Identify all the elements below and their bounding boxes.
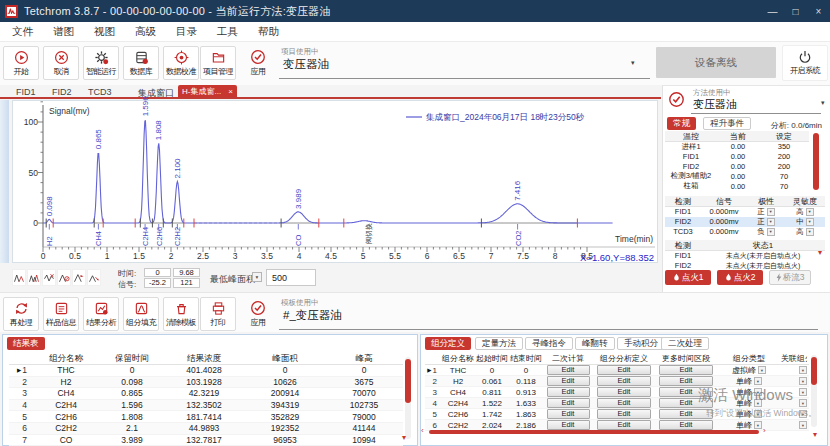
definition-tab-2[interactable]: 定量方法 [475,337,523,350]
type-caret-icon[interactable]: ▾ [754,421,762,429]
chromatogram-canvas[interactable]: 05010000.511.522.533.544.555.566.577.588… [12,100,658,263]
sensitivity-caret-icon[interactable]: ▾ [806,218,814,226]
results-row[interactable]: 6C2H22.144.989319235241144 [9,423,403,435]
edit-button[interactable]: Edit [597,420,650,430]
detector-row-FID1[interactable]: FID10.000mv正▾高▾ [665,207,825,217]
toolbar-button-cancel[interactable]: 取消 [43,46,79,80]
assoc-caret-icon[interactable]: ▾ [799,377,807,385]
bridge-current-button[interactable]: 桥流3 [769,270,811,285]
results-row[interactable]: 2H20.098103.1928106263675 [9,377,403,389]
type-caret-icon[interactable]: ▾ [758,366,766,374]
sensitivity-caret-icon[interactable]: ▾ [806,208,814,216]
edit-button[interactable]: Edit [659,420,712,430]
tool-peak-flag-icon[interactable] [72,269,86,286]
toolbar-button-reprocess[interactable]: 再处理 [3,297,39,331]
tool-peaks-pair-icon[interactable] [12,269,26,286]
menu-item-1[interactable]: 文件 [2,25,43,39]
results-row[interactable]: ▶1THC0401.402800 [9,365,403,377]
toolbar-button-database[interactable]: 数据库 [123,46,159,80]
close-icon[interactable]: × [807,0,830,22]
tab-general[interactable]: 常规 [667,117,696,130]
definition-tab-6[interactable]: 二次处理 [661,337,709,350]
menu-item-5[interactable]: 目录 [166,25,207,39]
edit-button[interactable]: Edit [659,376,712,386]
detector-row-FID2[interactable]: FID20.000mv正▾中▾ [665,217,825,227]
toolbar-button-gear[interactable]: 智能运行 [83,46,119,80]
method-select-value[interactable]: 变压器油 [693,97,737,112]
tool-peak-arrow-icon[interactable] [87,269,101,286]
edit-button[interactable]: Edit [597,365,650,375]
hscroll-right-icon[interactable]: › [763,426,766,435]
edit-button[interactable]: Edit [597,376,650,386]
results-row[interactable]: 5C2H61.808181.741435282979000 [9,411,403,423]
definition-tab-4[interactable]: 峰翻转 [575,337,615,350]
toolbar-button-clear-template[interactable]: 清除模板 [163,297,199,331]
menu-item-7[interactable]: 帮助 [248,25,289,39]
tab-close-icon[interactable]: × [228,87,233,96]
edit-button[interactable]: Edit [659,409,712,419]
method-caret-icon[interactable]: ▾ [821,99,825,107]
hscroll-left-icon[interactable]: ‹ [421,426,424,435]
temperature-row[interactable]: FID20.00200 [665,162,809,172]
apply-project-button[interactable]: 应用 [240,46,276,80]
temperature-scroll-thumb[interactable] [813,133,819,190]
definition-tab-3[interactable]: 寻峰指令 [525,337,573,350]
polarity-caret-icon[interactable]: ▾ [767,228,775,236]
signal-from-input[interactable] [144,278,171,288]
results-row[interactable]: 7CO3.989132.78179695310994 [9,435,403,446]
edit-button[interactable]: Edit [547,376,590,386]
edit-button[interactable]: Edit [659,365,712,375]
temperature-row[interactable]: 柱箱0.0070 [665,181,809,191]
tab-results[interactable]: 结果表 [7,337,45,350]
min-peak-area-input[interactable] [266,269,316,286]
edit-button[interactable]: Edit [547,420,590,430]
tool-peaks-wave-icon[interactable] [42,269,56,286]
definition-hscroll-thumb[interactable] [429,430,759,434]
chart-tab-FID2[interactable]: FID2 [52,87,72,97]
polarity-caret-icon[interactable]: ▾ [767,218,775,226]
menu-item-2[interactable]: 谱图 [43,25,84,39]
sensitivity-caret-icon[interactable]: ▾ [806,228,814,236]
temperature-row[interactable]: FID10.00200 [665,152,809,162]
project-caret-icon[interactable]: ▾ [631,59,635,67]
template-select-value[interactable]: #_变压器油 [283,308,342,323]
toolbar-button-play[interactable]: 开始 [3,46,39,80]
project-select-value[interactable]: 变压器油 [283,57,329,72]
toolbar-button-component-fill[interactable]: 组分填充 [123,297,159,331]
polarity-caret-icon[interactable]: ▾ [767,208,775,216]
assoc-caret-icon[interactable]: ▾ [799,399,807,407]
apply-template-button[interactable]: 应用 [240,297,276,331]
apply-method-icon[interactable] [668,91,685,108]
ignite2-button[interactable]: 点火2 [717,270,763,285]
assoc-caret-icon[interactable]: ▾ [799,421,807,429]
results-scroll-thumb[interactable] [405,359,411,403]
definition-scroll-down-icon[interactable]: ▾ [813,430,817,439]
power-system-button[interactable]: 开启系统 [782,45,828,81]
chart-tab-TCD3[interactable]: TCD3 [88,87,112,97]
edit-button[interactable]: Edit [597,398,650,408]
menu-item-3[interactable]: 视图 [84,25,125,39]
definition-tab-5[interactable]: 手动积分 [617,337,665,350]
toolbar-button-print[interactable]: 打印 [200,297,236,331]
edit-button[interactable]: Edit [547,398,590,408]
assoc-caret-icon[interactable]: ▾ [799,366,807,374]
device-offline-button[interactable]: 设备离线 [656,47,776,78]
maximize-icon[interactable]: □ [784,0,807,22]
results-row[interactable]: 4C2H41.596132.3502394319102735 [9,400,403,412]
edit-button[interactable]: Edit [547,409,590,419]
definition-tab-1[interactable]: 组分定义 [425,337,471,350]
temperature-row[interactable]: 进样10.00350 [665,142,809,152]
min-peak-area-caret-icon[interactable]: ▾ [252,272,262,282]
results-row[interactable]: 3CH40.86542.321920091470070 [9,388,403,400]
menu-item-6[interactable]: 工具 [207,25,248,39]
edit-button[interactable]: Edit [597,387,650,397]
toolbar-button-result-analysis[interactable]: 结果分析 [83,297,119,331]
assoc-caret-icon[interactable]: ▾ [799,388,807,396]
definition-vscroll-thumb[interactable] [811,357,817,385]
chromatogram-plot[interactable]: 05010000.511.522.533.544.555.566.577.588… [13,101,657,262]
detector-row-TCD3[interactable]: TCD30.000mv负▾高▾ [665,227,825,237]
menu-item-4[interactable]: 高级 [125,25,166,39]
tool-peaks-multi-icon[interactable] [27,269,41,286]
chart-left-scroll-strip[interactable] [0,100,9,263]
time-to-input[interactable] [173,268,200,278]
